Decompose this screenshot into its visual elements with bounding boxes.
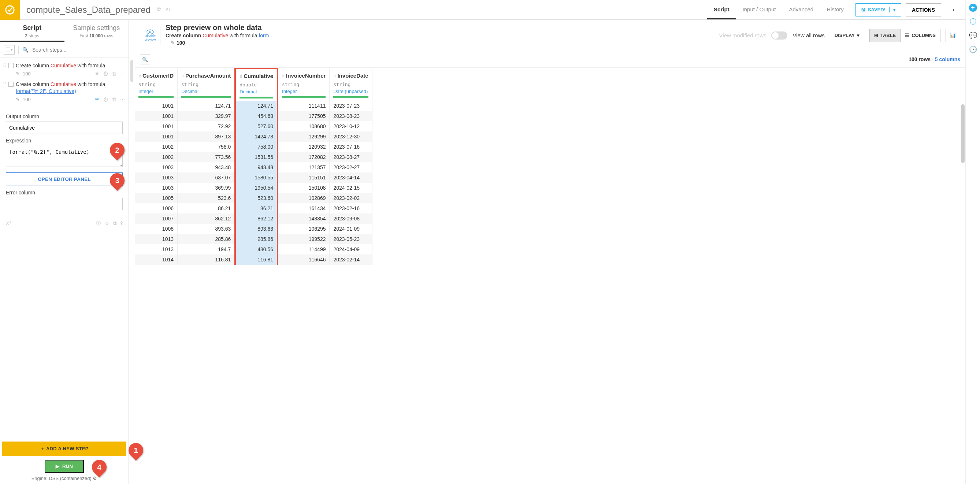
table-cell[interactable]: 72.92: [178, 121, 235, 132]
table-cell[interactable]: 108680: [278, 121, 329, 132]
table-row[interactable]: 100686.2186.211614342023-02-16: [135, 203, 372, 213]
table-cell[interactable]: 1008: [135, 224, 178, 234]
table-cell[interactable]: 1001: [135, 121, 178, 132]
tab-sample-settings[interactable]: Sample settings First 10,000 rows: [64, 20, 129, 42]
table-row[interactable]: 1002773.561531.561720822023-08-27: [135, 152, 372, 162]
select-all-dropdown[interactable]: ▾: [4, 45, 15, 54]
column-drag-icon[interactable]: ⠿: [333, 74, 336, 78]
table-cell[interactable]: 1003: [135, 162, 178, 173]
column-header-customerid[interactable]: ⠿CustomerIDstringInteger: [135, 68, 178, 101]
expression-input[interactable]: [6, 146, 123, 167]
help-icon[interactable]: ?: [120, 221, 123, 226]
table-cell[interactable]: 943.48: [235, 162, 278, 173]
table-row[interactable]: 1013285.86285.861995222023-05-23: [135, 234, 372, 244]
palette-icon[interactable]: ☺: [104, 221, 109, 226]
column-header-invoicedate[interactable]: ⠿InvoiceDatestringDate (unparsed): [329, 68, 372, 101]
table-cell[interactable]: 2023-05-23: [329, 234, 372, 244]
column-header-invoicenumber[interactable]: ⠿InvoiceNumberstringInteger: [278, 68, 329, 101]
step-item[interactable]: ⠿ Create column Cumulative with formula …: [2, 79, 127, 104]
table-cell[interactable]: 2023-02-16: [329, 203, 372, 213]
table-row[interactable]: 1003637.071580.551151512023-04-14: [135, 173, 372, 183]
trash-icon[interactable]: 🗑: [112, 71, 116, 76]
table-cell[interactable]: 194.7: [178, 244, 235, 254]
table-cell[interactable]: 1001: [135, 101, 178, 111]
column-drag-icon[interactable]: ⠿: [138, 74, 141, 78]
gear-icon[interactable]: ⚙: [93, 476, 97, 481]
table-cell[interactable]: 129299: [278, 132, 329, 142]
history-icon[interactable]: ↻: [165, 6, 170, 13]
table-cell[interactable]: 124.71: [235, 101, 278, 111]
drag-handle-icon[interactable]: ⠿: [3, 82, 6, 102]
table-row[interactable]: 1005523.6523.601028692023-02-02: [135, 193, 372, 203]
eye-icon[interactable]: 👁: [95, 97, 100, 102]
table-view-button[interactable]: ⊞ TABLE: [870, 29, 900, 42]
table-cell[interactable]: 893.63: [178, 224, 235, 234]
table-cell[interactable]: 758.00: [235, 142, 278, 152]
table-row[interactable]: 1003369.991950.541501082024-02-15: [135, 183, 372, 193]
table-row[interactable]: 1007862.12862.121483542023-09-08: [135, 213, 372, 224]
table-cell[interactable]: 2023-07-23: [329, 101, 372, 111]
top-tab-history[interactable]: History: [820, 0, 850, 19]
table-cell[interactable]: 523.60: [235, 193, 278, 203]
add-step-button[interactable]: ＋ ADD A NEW STEP: [2, 441, 126, 456]
table-cell[interactable]: 758.0: [178, 142, 235, 152]
copy-icon[interactable]: ⧉: [157, 6, 161, 13]
table-cell[interactable]: 111411: [278, 101, 329, 111]
table-cell[interactable]: 106295: [278, 224, 329, 234]
app-logo[interactable]: [0, 0, 20, 20]
top-tab-advanced[interactable]: Advanced: [782, 0, 820, 19]
table-cell[interactable]: 523.6: [178, 193, 235, 203]
table-cell[interactable]: 862.12: [178, 213, 235, 224]
table-cell[interactable]: 862.12: [235, 213, 278, 224]
table-cell[interactable]: 1001: [135, 111, 178, 121]
copy-icon[interactable]: ⧉: [113, 221, 116, 226]
table-cell[interactable]: 773.56: [178, 152, 235, 162]
table-row[interactable]: 1002758.0758.001209322023-07-16: [135, 142, 372, 152]
scrollbar[interactable]: [961, 68, 965, 484]
discussion-icon[interactable]: 💬: [969, 32, 977, 40]
actions-button[interactable]: ACTIONS: [906, 3, 941, 16]
column-header-purchaseamount[interactable]: ⠿PurchaseAmountstringDecimal: [178, 68, 235, 101]
table-row[interactable]: 1001124.71124.711114112023-07-23: [135, 101, 372, 111]
table-cell[interactable]: 1531.56: [235, 152, 278, 162]
info-icon[interactable]: ⓘ: [96, 220, 101, 227]
columns-view-button[interactable]: ☰ COLUMNS: [900, 29, 940, 42]
table-cell[interactable]: 454.68: [235, 111, 278, 121]
table-cell[interactable]: 2023-08-27: [329, 152, 372, 162]
table-cell[interactable]: 329.97: [178, 111, 235, 121]
table-cell[interactable]: 120932: [278, 142, 329, 152]
table-cell[interactable]: 2023-02-27: [329, 162, 372, 173]
table-cell[interactable]: 2023-02-14: [329, 254, 372, 265]
splitter-handle[interactable]: [129, 20, 135, 484]
table-cell[interactable]: 1013: [135, 234, 178, 244]
table-cell[interactable]: 480.56: [235, 244, 278, 254]
table-cell[interactable]: 121357: [278, 162, 329, 173]
more-icon[interactable]: ⋯: [120, 71, 125, 76]
tab-script[interactable]: Script 2 steps: [0, 20, 64, 42]
column-drag-icon[interactable]: ⠿: [181, 74, 184, 78]
column-drag-icon[interactable]: ⠿: [282, 74, 285, 78]
display-dropdown[interactable]: DISPLAY ▾: [830, 29, 864, 42]
table-cell[interactable]: 2023-08-23: [329, 111, 372, 121]
info-icon[interactable]: ⓘ: [969, 17, 977, 25]
table-cell[interactable]: 1580.55: [235, 173, 278, 183]
chart-button[interactable]: 📊: [946, 29, 960, 42]
eye-icon[interactable]: 👁: [95, 71, 100, 76]
table-cell[interactable]: 86.21: [235, 203, 278, 213]
view-toggle[interactable]: [771, 32, 788, 40]
table-cell[interactable]: 116.81: [235, 254, 278, 265]
chevron-down-icon[interactable]: ▾: [889, 7, 896, 13]
column-count-label[interactable]: 5 columns: [935, 56, 960, 62]
trash-icon[interactable]: 🗑: [112, 97, 116, 102]
disable-preview-button[interactable]: Disable preview: [140, 27, 161, 44]
table-cell[interactable]: 116646: [278, 254, 329, 265]
table-cell[interactable]: 2023-09-08: [329, 213, 372, 224]
table-cell[interactable]: 2024-04-09: [329, 244, 372, 254]
table-cell[interactable]: 897.13: [178, 132, 235, 142]
table-cell[interactable]: 2024-02-15: [329, 183, 372, 193]
table-cell[interactable]: 115151: [278, 173, 329, 183]
column-drag-icon[interactable]: ⠿: [240, 75, 242, 79]
error-column-input[interactable]: [6, 198, 123, 210]
table-cell[interactable]: 150108: [278, 183, 329, 193]
table-cell[interactable]: 527.60: [235, 121, 278, 132]
